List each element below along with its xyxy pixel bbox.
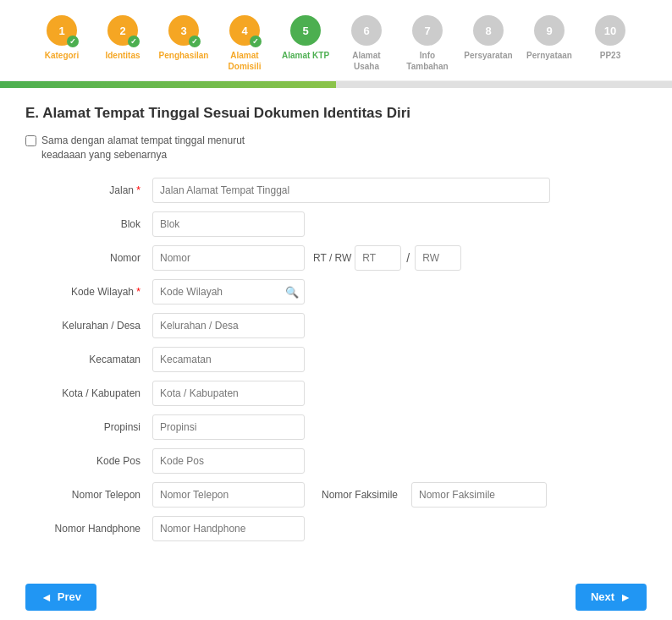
check-icon-4: ✓ (250, 36, 262, 47)
step-circle-4: 4 ✓ (229, 15, 260, 46)
step-10[interactable]: 10 PP23 (580, 15, 641, 61)
kota-row: Kota / Kabupaten (25, 381, 647, 406)
step-1[interactable]: 1 ✓ Kategori (31, 15, 92, 61)
nomor-handphone-label: Nomor Handphone (25, 523, 152, 535)
nomor-faksimile-label: Nomor Faksimile (322, 489, 398, 501)
prev-label: Prev (58, 590, 81, 603)
stepper: 1 ✓ Kategori 2 ✓ Identitas 3 ✓ Penghasil… (0, 0, 672, 81)
step-circle-2: 2 ✓ (107, 15, 138, 46)
step-5[interactable]: 5 Alamat KTP (275, 15, 336, 61)
same-address-row[interactable]: Sama dengan alamat tempat tinggal menuru… (25, 134, 647, 162)
rt-rw-separator: / (406, 251, 410, 265)
kecamatan-label: Kecamatan (25, 354, 152, 365)
step-label-10: PP23 (600, 50, 620, 61)
kota-input[interactable] (152, 381, 305, 406)
prev-arrow-icon: ◄ (41, 590, 52, 604)
nomor-input[interactable] (152, 245, 305, 271)
kecamatan-row: Kecamatan (25, 347, 647, 372)
kelurahan-input[interactable] (152, 313, 305, 338)
check-icon-3: ✓ (189, 36, 201, 47)
jalan-label: Jalan * (25, 184, 152, 196)
next-button[interactable]: Next ► (576, 584, 647, 611)
jalan-input[interactable] (152, 178, 550, 203)
same-address-label: Sama dengan alamat tempat tinggal menuru… (41, 134, 245, 162)
step-label-2: Identitas (105, 50, 140, 61)
nomor-faksimile-input[interactable] (411, 482, 547, 508)
rt-rw-label: RT / RW (313, 252, 351, 264)
step-label-1: Kategori (45, 50, 80, 61)
step-label-8: Persyaratan (464, 50, 512, 61)
propinsi-label: Propinsi (25, 421, 152, 433)
nomor-row: Nomor RT / RW / (25, 245, 647, 271)
step-circle-8: 8 (473, 15, 504, 46)
step-label-9: Pernyataan (526, 50, 572, 61)
step-label-4: AlamatDomisili (229, 50, 262, 72)
step-label-6: AlamatUsaha (352, 50, 380, 72)
blok-label: Blok (25, 218, 152, 230)
step-9[interactable]: 9 Pernyataan (519, 15, 580, 61)
telepon-row: Nomor Telepon Nomor Faksimile (25, 482, 647, 508)
kode-pos-row: Kode Pos (25, 448, 647, 474)
form-content: E. Alamat Tempat Tinggal Sesuai Dokumen … (0, 88, 672, 558)
rw-input[interactable] (415, 245, 461, 271)
step-circle-9: 9 (534, 15, 565, 46)
step-circle-7: 7 (412, 15, 443, 46)
nomor-telepon-label: Nomor Telepon (25, 489, 152, 501)
step-4[interactable]: 4 ✓ AlamatDomisili (214, 15, 275, 72)
nomor-handphone-input[interactable] (152, 516, 305, 541)
section-title: E. Alamat Tempat Tinggal Sesuai Dokumen … (25, 105, 647, 122)
kode-pos-label: Kode Pos (25, 455, 152, 467)
next-label: Next (591, 590, 614, 603)
rt-input[interactable] (355, 245, 401, 271)
next-arrow-icon: ► (620, 590, 631, 604)
step-6[interactable]: 6 AlamatUsaha (336, 15, 397, 72)
step-circle-1: 1 ✓ (47, 15, 77, 46)
blok-input[interactable] (152, 211, 305, 237)
step-label-5: Alamat KTP (282, 50, 329, 61)
same-address-checkbox[interactable] (25, 135, 36, 146)
prev-button[interactable]: ◄ Prev (25, 584, 96, 611)
rt-rw-group: RT / RW / (313, 245, 461, 271)
step-circle-10: 10 (595, 15, 625, 46)
step-7[interactable]: 7 InfoTambahan (397, 15, 458, 72)
step-label-7: InfoTambahan (406, 50, 448, 72)
jalan-row: Jalan * (25, 178, 647, 203)
check-icon-2: ✓ (128, 36, 140, 47)
kecamatan-input[interactable] (152, 347, 305, 372)
kota-label: Kota / Kabupaten (25, 387, 152, 399)
step-8[interactable]: 8 Persyaratan (458, 15, 519, 61)
step-circle-3: 3 ✓ (168, 15, 199, 46)
handphone-row: Nomor Handphone (25, 516, 647, 541)
kode-wilayah-label: Kode Wilayah * (25, 286, 152, 298)
propinsi-row: Propinsi (25, 414, 647, 440)
progress-bar-fill (0, 81, 336, 88)
nomor-label: Nomor (25, 252, 152, 264)
progress-bar-container (0, 81, 672, 88)
check-icon-1: ✓ (67, 36, 79, 47)
step-label-3: Penghasilan (159, 50, 209, 61)
kode-wilayah-wrapper: 🔍 (152, 279, 305, 305)
kode-wilayah-search-icon[interactable]: 🔍 (285, 285, 299, 298)
kode-wilayah-row: Kode Wilayah * 🔍 (25, 279, 647, 305)
blok-row: Blok (25, 211, 647, 237)
step-2[interactable]: 2 ✓ Identitas (92, 15, 153, 61)
kode-pos-input[interactable] (152, 448, 305, 474)
propinsi-input[interactable] (152, 414, 305, 440)
kelurahan-label: Kelurahan / Desa (25, 320, 152, 332)
step-circle-6: 6 (351, 15, 382, 46)
step-circle-5: 5 (290, 15, 321, 46)
kode-wilayah-input[interactable] (152, 279, 305, 305)
button-row: ◄ Prev Next ► (0, 567, 672, 619)
step-3[interactable]: 3 ✓ Penghasilan (153, 15, 214, 61)
nomor-telepon-input[interactable] (152, 482, 305, 508)
kelurahan-row: Kelurahan / Desa (25, 313, 647, 338)
faksimile-group: Nomor Faksimile (322, 482, 547, 508)
